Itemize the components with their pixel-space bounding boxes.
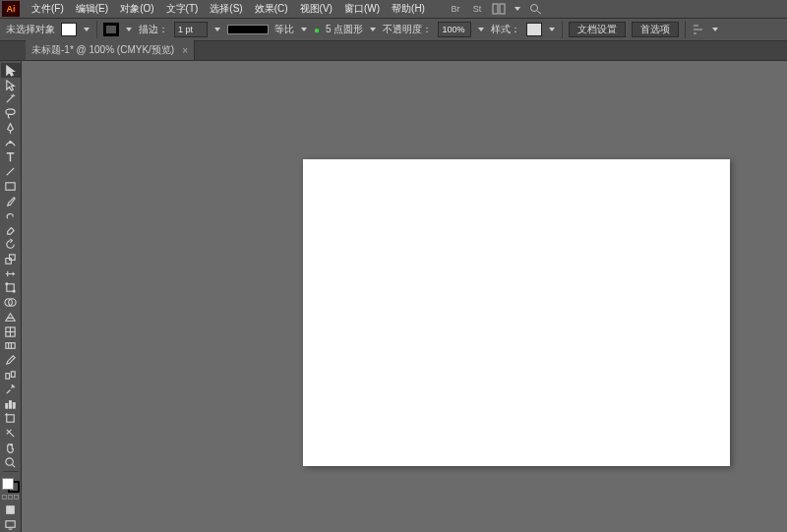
brush-bullet-icon: ● xyxy=(314,25,320,35)
style-swatch[interactable] xyxy=(526,23,542,36)
eraser-tool[interactable] xyxy=(1,222,21,237)
workspace-switcher: Br St xyxy=(449,3,543,15)
gradient-tool[interactable] xyxy=(1,339,21,354)
opacity-label: 不透明度： xyxy=(383,23,432,36)
blend-tool[interactable] xyxy=(1,368,21,383)
document-tab-title: 未标题-1* @ 100% (CMYK/预览) xyxy=(31,43,174,57)
svg-rect-32 xyxy=(7,506,14,513)
shaper-tool[interactable] xyxy=(1,208,21,223)
svg-line-9 xyxy=(7,168,14,175)
svg-point-8 xyxy=(10,141,12,143)
separator xyxy=(685,21,686,38)
magic-wand-tool[interactable] xyxy=(1,92,21,107)
menu-object[interactable]: 对象(O) xyxy=(114,0,159,18)
menu-type[interactable]: 文字(T) xyxy=(160,0,205,18)
eyedropper-tool[interactable] xyxy=(1,353,21,368)
svg-point-7 xyxy=(6,109,15,115)
stock-icon[interactable]: St xyxy=(470,3,484,15)
perspective-grid-tool[interactable] xyxy=(1,310,21,325)
fill-swatch[interactable] xyxy=(61,23,77,36)
menu-edit[interactable]: 编辑(E) xyxy=(70,0,114,18)
tools-panel xyxy=(0,61,22,532)
draw-mode-normal[interactable] xyxy=(1,502,21,517)
selection-tool[interactable] xyxy=(1,63,21,78)
svg-line-3 xyxy=(537,11,541,14)
brush-profile-label: 5 点圆形 xyxy=(326,23,363,36)
fill-color-icon[interactable] xyxy=(2,478,14,490)
bridge-icon[interactable]: Br xyxy=(449,3,462,15)
free-transform-tool[interactable] xyxy=(1,280,21,295)
separator xyxy=(96,21,97,38)
uniform-dropdown-icon[interactable] xyxy=(300,26,308,33)
column-graph-tool[interactable] xyxy=(1,397,21,412)
opacity-field[interactable]: 100% xyxy=(438,22,471,37)
svg-point-14 xyxy=(6,283,8,285)
svg-rect-1 xyxy=(500,4,505,14)
rectangle-tool[interactable] xyxy=(1,179,21,194)
menu-window[interactable]: 窗口(W) xyxy=(338,0,386,18)
main-area: « xyxy=(0,61,787,532)
stroke-weight-dropdown-icon[interactable] xyxy=(213,26,221,33)
fill-dropdown-icon[interactable] xyxy=(83,26,91,33)
svg-rect-11 xyxy=(6,258,12,264)
style-dropdown-icon[interactable] xyxy=(548,26,556,33)
svg-rect-29 xyxy=(7,415,14,422)
svg-line-31 xyxy=(12,464,15,467)
svg-rect-13 xyxy=(7,284,14,291)
svg-point-15 xyxy=(13,291,15,293)
stroke-profile-preview[interactable] xyxy=(227,25,269,34)
preferences-button[interactable]: 首选项 xyxy=(632,22,679,37)
symbol-sprayer-tool[interactable] xyxy=(1,383,21,397)
zoom-tool[interactable] xyxy=(1,455,21,470)
separator xyxy=(562,21,563,38)
mesh-tool[interactable] xyxy=(1,325,21,339)
shape-builder-tool[interactable] xyxy=(1,295,21,310)
opacity-dropdown-icon[interactable] xyxy=(477,26,485,33)
stroke-dropdown-icon[interactable] xyxy=(125,26,133,33)
close-tab-icon[interactable]: × xyxy=(182,45,188,56)
svg-rect-33 xyxy=(6,521,15,528)
stroke-swatch[interactable] xyxy=(103,23,119,36)
curvature-tool[interactable] xyxy=(1,136,21,150)
svg-rect-26 xyxy=(6,404,8,409)
document-setup-button[interactable]: 文档设置 xyxy=(569,22,626,37)
artboard[interactable] xyxy=(303,159,730,466)
paintbrush-tool[interactable] xyxy=(1,194,21,208)
fill-stroke-control[interactable] xyxy=(2,478,20,493)
no-selection-label: 未选择对象 xyxy=(6,23,55,36)
svg-rect-21 xyxy=(6,343,15,349)
direct-selection-tool[interactable] xyxy=(1,78,21,92)
document-tab-bar: 未标题-1* @ 100% (CMYK/预览) × xyxy=(0,41,787,61)
rotate-tool[interactable] xyxy=(1,237,21,252)
menu-file[interactable]: 文件(F) xyxy=(26,0,70,18)
menu-bar: Ai 文件(F) 编辑(E) 对象(O) 文字(T) 选择(S) 效果(C) 视… xyxy=(0,0,787,18)
hand-tool[interactable] xyxy=(1,441,21,455)
type-tool[interactable] xyxy=(1,150,21,165)
artboard-tool[interactable] xyxy=(1,411,21,426)
screen-mode-button[interactable] xyxy=(1,517,21,532)
slice-tool[interactable] xyxy=(1,426,21,441)
menu-view[interactable]: 视图(V) xyxy=(294,0,338,18)
search-icon[interactable] xyxy=(529,3,543,15)
pen-tool[interactable] xyxy=(1,121,21,136)
app-logo: Ai xyxy=(2,1,20,17)
align-icon[interactable] xyxy=(692,24,705,35)
lasso-tool[interactable] xyxy=(1,106,21,121)
document-tab[interactable]: 未标题-1* @ 100% (CMYK/预览) × xyxy=(26,40,195,60)
menu-help[interactable]: 帮助(H) xyxy=(386,0,431,18)
canvas-area[interactable] xyxy=(22,61,787,532)
align-dropdown-icon[interactable] xyxy=(711,26,719,33)
width-tool[interactable] xyxy=(1,266,21,281)
stroke-weight-field[interactable]: 1 pt xyxy=(174,22,208,37)
line-tool[interactable] xyxy=(1,164,21,179)
brush-dropdown-icon[interactable] xyxy=(369,26,377,33)
stroke-label: 描边： xyxy=(139,23,168,36)
svg-rect-10 xyxy=(6,183,15,190)
arrange-dropdown-icon[interactable] xyxy=(514,5,521,13)
color-mode-buttons[interactable] xyxy=(2,495,20,502)
menu-select[interactable]: 选择(S) xyxy=(204,0,248,18)
scale-tool[interactable] xyxy=(1,252,21,266)
menu-effect[interactable]: 效果(C) xyxy=(249,0,294,18)
arrange-docs-icon[interactable] xyxy=(492,3,506,15)
svg-rect-24 xyxy=(6,374,10,380)
